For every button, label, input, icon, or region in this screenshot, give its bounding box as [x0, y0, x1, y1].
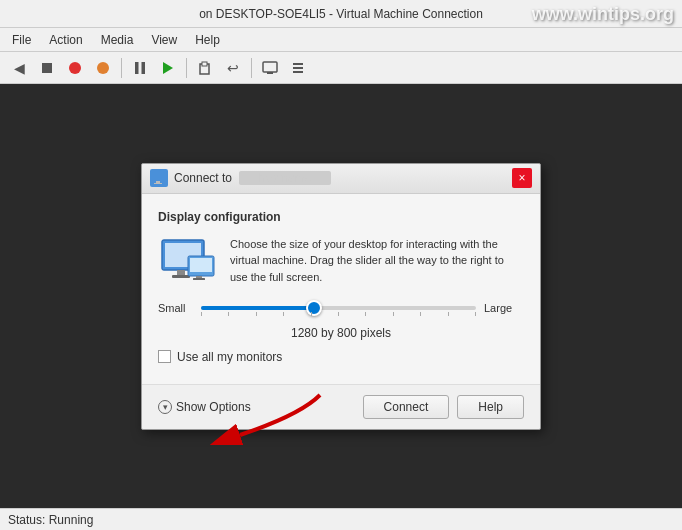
svg-marker-5 — [163, 62, 173, 74]
connect-button[interactable]: Connect — [363, 395, 450, 419]
tick-7 — [365, 312, 366, 316]
menu-view[interactable]: View — [143, 31, 185, 49]
window-title: on DESKTOP-SOE4LI5 - Virtual Machine Con… — [8, 7, 674, 21]
slider-track — [201, 306, 476, 310]
toolbar-separator-1 — [121, 58, 122, 78]
toolbar-orange-btn[interactable] — [90, 56, 116, 80]
toolbar-settings-btn[interactable] — [285, 56, 311, 80]
show-options-icon: ▾ — [158, 400, 172, 414]
checkbox-row[interactable]: Use all my monitors — [158, 350, 524, 364]
dialog-footer: ▾ Show Options Connect Help — [142, 384, 540, 429]
menu-file[interactable]: File — [4, 31, 39, 49]
svg-rect-9 — [267, 72, 273, 74]
dialog-buttons: Connect Help — [363, 395, 524, 419]
menu-media[interactable]: Media — [93, 31, 142, 49]
use-all-monitors-checkbox[interactable] — [158, 350, 171, 363]
svg-rect-12 — [293, 71, 303, 73]
status-text: Status: Running — [8, 513, 93, 527]
tick-11 — [475, 312, 476, 316]
slider-min-label: Small — [158, 302, 193, 314]
slider-max-label: Large — [484, 302, 524, 314]
dialog-icon — [150, 169, 168, 187]
checkbox-label: Use all my monitors — [177, 350, 282, 364]
menu-action[interactable]: Action — [41, 31, 90, 49]
svg-point-1 — [69, 62, 81, 74]
tick-4 — [283, 312, 284, 316]
tick-1 — [201, 312, 202, 316]
toolbar-play-btn[interactable] — [155, 56, 181, 80]
title-bar: on DESKTOP-SOE4LI5 - Virtual Machine Con… — [0, 0, 682, 28]
slider-ticks — [201, 312, 476, 316]
svg-rect-15 — [154, 183, 162, 184]
status-bar: Status: Running — [0, 508, 682, 530]
menu-help[interactable]: Help — [187, 31, 228, 49]
svg-rect-23 — [193, 278, 205, 280]
svg-rect-11 — [293, 67, 303, 69]
toolbar-back-btn[interactable]: ◀ — [6, 56, 32, 80]
dialog-description: Choose the size of your desktop for inte… — [230, 236, 524, 286]
svg-rect-3 — [135, 62, 139, 74]
tick-9 — [420, 312, 421, 316]
toolbar-screen-btn[interactable] — [257, 56, 283, 80]
dialog-close-button[interactable]: × — [512, 168, 532, 188]
dialog-body: Display configuration — [142, 194, 540, 384]
toolbar-undo-btn[interactable]: ↩ — [220, 56, 246, 80]
dialog-section-title: Display configuration — [158, 210, 524, 224]
dialog-content-row: Choose the size of your desktop for inte… — [158, 236, 524, 286]
toolbar-clipboard-btn[interactable] — [192, 56, 218, 80]
main-area: Connect to hostname × Display configurat… — [0, 84, 682, 508]
svg-rect-0 — [42, 63, 52, 73]
svg-rect-14 — [156, 181, 160, 183]
toolbar-separator-2 — [186, 58, 187, 78]
tick-2 — [228, 312, 229, 316]
toolbar-stop-btn[interactable] — [34, 56, 60, 80]
show-options-label: Show Options — [176, 400, 251, 414]
resolution-text: 1280 by 800 pixels — [158, 326, 524, 340]
svg-rect-8 — [263, 62, 277, 72]
tick-5 — [311, 312, 312, 316]
svg-rect-19 — [172, 275, 190, 278]
tick-10 — [448, 312, 449, 316]
svg-rect-13 — [152, 172, 164, 181]
svg-rect-4 — [142, 62, 146, 74]
dialog-title-bar: Connect to hostname × — [142, 164, 540, 194]
svg-rect-21 — [190, 258, 212, 272]
toolbar-close-btn[interactable] — [62, 56, 88, 80]
menu-bar: File Action Media View Help — [0, 28, 682, 52]
connect-dialog: Connect to hostname × Display configurat… — [141, 163, 541, 430]
svg-rect-10 — [293, 63, 303, 65]
help-button[interactable]: Help — [457, 395, 524, 419]
svg-point-2 — [97, 62, 109, 74]
tick-6 — [338, 312, 339, 316]
slider-container[interactable] — [201, 298, 476, 318]
tick-3 — [256, 312, 257, 316]
monitor-icon — [158, 236, 218, 286]
toolbar: ◀ ↩ — [0, 52, 682, 84]
dialog-title: Connect to hostname — [174, 171, 512, 185]
svg-rect-7 — [202, 62, 207, 66]
tick-8 — [393, 312, 394, 316]
toolbar-separator-3 — [251, 58, 252, 78]
slider-row: Small — [158, 298, 524, 318]
slider-fill — [201, 306, 311, 310]
show-options-button[interactable]: ▾ Show Options — [158, 400, 251, 414]
toolbar-pause-btn[interactable] — [127, 56, 153, 80]
